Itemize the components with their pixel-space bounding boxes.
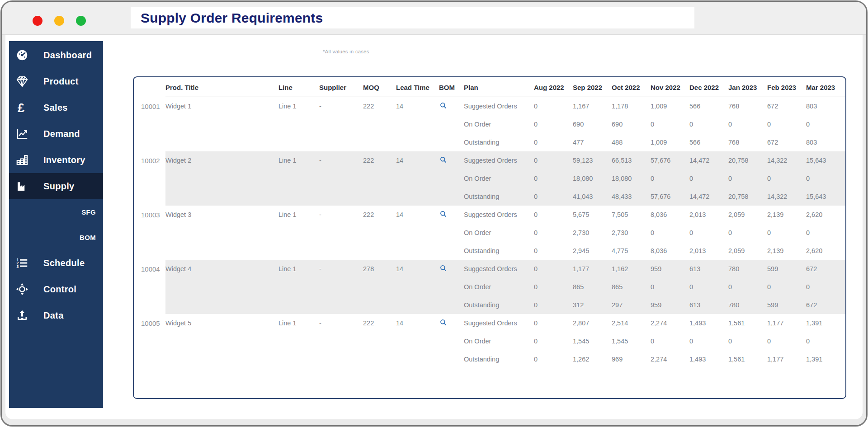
plan-value: 803: [806, 103, 845, 110]
column-header-moq: MOQ: [363, 84, 396, 91]
plan-label: Outstanding: [464, 301, 534, 309]
column-header-prod-title: Prod. Title: [165, 84, 278, 91]
cell-product-title: Widget 2: [165, 157, 278, 164]
plan-value: 613: [689, 301, 728, 309]
cell-line: Line 1: [278, 211, 319, 218]
plan-value: 0: [767, 283, 806, 291]
plan-value: 2,139: [767, 247, 806, 254]
plan-value: 0: [806, 283, 845, 291]
plan-value: 1,162: [612, 265, 651, 272]
plan-value: 2,514: [612, 319, 651, 327]
plan-value: 57,676: [651, 157, 689, 164]
sidebar-item-data[interactable]: Data: [9, 302, 103, 328]
plan-value: 2,274: [651, 356, 689, 363]
plan-value: 2,730: [612, 229, 651, 236]
plan-value: 0: [534, 175, 573, 182]
plan-value: 0: [534, 139, 573, 146]
page-title: Supply Order Requirements: [131, 10, 323, 26]
column-header-bom: BOM: [439, 84, 464, 91]
cell-supplier: -: [319, 211, 363, 218]
column-header-nov-2022: Nov 2022: [651, 84, 689, 91]
bom-search-button[interactable]: [439, 155, 464, 165]
cell-line: Line 1: [278, 265, 319, 272]
plan-value: 0: [767, 229, 806, 236]
plan-value: 57,676: [651, 193, 689, 200]
cell-line: Line 1: [278, 103, 319, 110]
cell-lead-time: 14: [396, 319, 439, 327]
table-row: Widget 5Line 1-22214Suggested Orders02,8…: [165, 314, 845, 332]
plan-label: Suggested Orders: [464, 211, 534, 218]
plan-value: 0: [767, 338, 806, 345]
product-group: 10001Widget 1Line 1-22214Suggested Order…: [134, 97, 845, 151]
sidebar-item-sfg[interactable]: SFG: [9, 199, 103, 225]
plan-value: 14,472: [689, 193, 728, 200]
plan-value: 14,322: [767, 193, 806, 200]
plan-label: Outstanding: [464, 247, 534, 254]
plan-value: 0: [689, 175, 728, 182]
plan-value: 18,080: [612, 175, 651, 182]
plan-label: Suggested Orders: [464, 103, 534, 110]
bom-search-button[interactable]: [439, 264, 464, 274]
numbered-list-icon: 123: [15, 256, 29, 270]
plan-value: 0: [534, 283, 573, 291]
crosshair-icon: [15, 282, 29, 296]
sidebar-item-inventory[interactable]: Inventory: [9, 147, 103, 173]
cell-moq: 222: [363, 211, 396, 218]
product-group-body: Widget 5Line 1-22214Suggested Orders02,8…: [165, 314, 845, 368]
zoom-button[interactable]: [76, 16, 86, 26]
plan-value: 599: [767, 265, 806, 272]
sidebar-item-supply[interactable]: Supply: [9, 173, 103, 199]
sidebar-item-sales[interactable]: £Sales: [9, 94, 103, 121]
sidebar-item-label: Schedule: [43, 258, 85, 268]
plan-value: 768: [728, 139, 767, 146]
plan-value: 59,123: [573, 157, 612, 164]
sidebar-item-product[interactable]: Product: [9, 68, 103, 94]
bom-search-button[interactable]: [439, 210, 464, 220]
gem-icon: [15, 75, 29, 88]
plan-value: 0: [767, 121, 806, 128]
product-group-body: Widget 3Line 1-22214Suggested Orders05,6…: [165, 206, 845, 260]
plan-value: 0: [806, 229, 845, 236]
factory-icon: [15, 179, 29, 193]
sidebar-item-schedule[interactable]: 123Schedule: [9, 250, 103, 276]
main-content: DashboardProduct£SalesDemandInventorySup…: [5, 35, 863, 419]
sidebar-item-bom[interactable]: BOM: [9, 225, 103, 250]
plan-value: 8,036: [651, 211, 689, 218]
column-header-sep-2022: Sep 2022: [573, 84, 612, 91]
table-row: On Order01,5451,54500000: [165, 332, 845, 350]
bom-search-button[interactable]: [439, 318, 464, 328]
plan-value: 599: [767, 301, 806, 309]
minimize-button[interactable]: [54, 16, 64, 26]
plan-value: 0: [534, 338, 573, 345]
sidebar-item-demand[interactable]: Demand: [9, 121, 103, 147]
sidebar-item-dashboard[interactable]: Dashboard: [9, 42, 103, 68]
sidebar-item-control[interactable]: Control: [9, 276, 103, 302]
table-row: Widget 1Line 1-22214Suggested Orders01,1…: [165, 97, 845, 115]
product-group-body: Widget 1Line 1-22214Suggested Orders01,1…: [165, 97, 845, 151]
plan-value: 0: [534, 356, 573, 363]
product-id: 10004: [134, 260, 165, 314]
plan-value: 0: [806, 338, 845, 345]
cell-line: Line 1: [278, 319, 319, 327]
plan-value: 2,013: [689, 247, 728, 254]
bom-search-button[interactable]: [439, 101, 464, 111]
plan-value: 2,059: [728, 211, 767, 218]
close-button[interactable]: [33, 16, 42, 26]
table-row: Widget 2Line 1-22214Suggested Orders059,…: [165, 151, 845, 169]
plan-value: 0: [534, 157, 573, 164]
plan-value: 7,505: [612, 211, 651, 218]
table-row: Outstanding041,04348,43357,67614,47220,7…: [165, 188, 845, 206]
plan-value: 1,545: [573, 338, 612, 345]
sidebar-item-label: Dashboard: [43, 50, 92, 61]
plan-value: 0: [651, 229, 689, 236]
plan-value: 0: [728, 338, 767, 345]
plan-value: 1,009: [651, 103, 689, 110]
plan-value: 613: [689, 265, 728, 272]
plan-value: 0: [806, 121, 845, 128]
plan-value: 0: [689, 283, 728, 291]
plan-value: 297: [612, 301, 651, 309]
plan-value: 0: [534, 265, 573, 272]
plan-value: 672: [806, 301, 845, 309]
table-header-row: Prod. TitleLineSupplierMOQLead TimeBOMPl…: [134, 77, 845, 97]
plan-value: 0: [534, 247, 573, 254]
